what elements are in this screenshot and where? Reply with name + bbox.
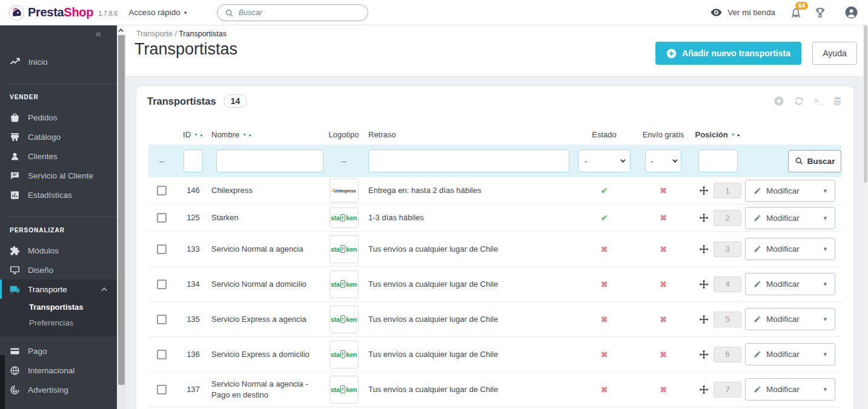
- sidebar-item-internacional[interactable]: Internacional: [0, 361, 117, 380]
- sidebar-item-modulos[interactable]: Módulos: [0, 241, 117, 260]
- sort-asc-icon[interactable]: ▲: [248, 133, 252, 137]
- sort-desc-icon[interactable]: ▼: [731, 133, 735, 137]
- envio-gratis-toggle-icon[interactable]: [660, 280, 667, 289]
- search-input[interactable]: [239, 8, 360, 17]
- sidebar-subitem-preferencias[interactable]: Preferencias: [0, 315, 117, 330]
- carrier-logo: sta r ken: [330, 341, 359, 368]
- carrier-name: Chilexpress: [211, 185, 324, 196]
- nombre-filter-input[interactable]: [216, 149, 323, 172]
- page-scrollbar[interactable]: [863, 25, 868, 409]
- scrollbar-thumb[interactable]: [118, 35, 125, 385]
- row-checkbox[interactable]: [157, 315, 167, 324]
- sidebar-item-estadisticas[interactable]: Estadísticas: [0, 185, 117, 204]
- chevron-down-icon[interactable]: ▾: [823, 315, 827, 323]
- row-checkbox[interactable]: [157, 385, 167, 394]
- sidebar-item-advertising[interactable]: Advertising: [0, 380, 117, 399]
- estado-filter-select[interactable]: -: [578, 149, 631, 172]
- quick-access-menu[interactable]: Acceso rápido ▾: [128, 8, 187, 17]
- drag-handle-icon[interactable]: [699, 186, 709, 195]
- row-checkbox[interactable]: [157, 213, 167, 223]
- estado-toggle-icon[interactable]: [601, 385, 608, 394]
- estado-toggle-icon[interactable]: [601, 315, 608, 324]
- retraso-filter-input[interactable]: [368, 149, 569, 172]
- estado-toggle-icon[interactable]: [601, 280, 608, 289]
- panel-refresh-icon[interactable]: [793, 96, 804, 106]
- edit-button[interactable]: Modificar ▾: [745, 207, 835, 229]
- sidebar-item-transporte[interactable]: Transporte: [0, 280, 117, 299]
- sidebar-collapse-icon[interactable]: «: [96, 28, 101, 40]
- envio-gratis-filter-select[interactable]: -: [645, 149, 681, 172]
- edit-button[interactable]: Modificar ▾: [745, 238, 835, 260]
- chevron-down-icon[interactable]: ▾: [823, 245, 827, 253]
- edit-button[interactable]: Modificar ▾: [745, 273, 835, 295]
- sidebar-item-pago[interactable]: Pago: [0, 341, 117, 361]
- drag-handle-icon[interactable]: [699, 213, 709, 223]
- search-filter-button[interactable]: Buscar: [788, 150, 841, 172]
- envio-gratis-toggle-icon[interactable]: [660, 385, 667, 394]
- chevron-down-icon[interactable]: ▾: [823, 350, 827, 358]
- envio-gratis-toggle-icon[interactable]: [660, 244, 667, 254]
- sidebar-item-servicio-cliente[interactable]: Servicio al Cliente: [0, 166, 117, 185]
- account-menu[interactable]: [844, 5, 858, 19]
- scrollbar-thumb[interactable]: [864, 25, 867, 183]
- achievements-button[interactable]: [814, 7, 826, 19]
- posicion-filter-input[interactable]: [698, 149, 738, 172]
- sidebar-item-clientes[interactable]: Clientes: [0, 146, 117, 166]
- sidebar-item-pedidos[interactable]: Pedidos: [0, 108, 117, 127]
- estado-toggle-icon[interactable]: [601, 186, 608, 195]
- sort-asc-icon[interactable]: ▲: [199, 133, 204, 137]
- help-button[interactable]: Ayuda: [812, 42, 857, 65]
- estado-toggle-icon[interactable]: [601, 244, 608, 254]
- sidebar-subitem-transportistas[interactable]: Transportistas: [0, 299, 117, 315]
- prestashop-logo[interactable]: PrestaShop 1.7.8.6: [0, 5, 118, 21]
- row-checkbox[interactable]: [157, 244, 167, 254]
- notifications-button[interactable]: 64: [790, 7, 802, 19]
- drag-handle-icon[interactable]: [699, 280, 709, 289]
- estado-toggle-icon[interactable]: [601, 350, 608, 359]
- id-filter-input[interactable]: [184, 149, 203, 172]
- view-shop-link[interactable]: Ver mi tienda: [710, 6, 775, 19]
- sort-desc-icon[interactable]: ▼: [242, 133, 247, 137]
- edit-button[interactable]: Modificar ▾: [745, 180, 835, 202]
- logo-text: ken: [346, 281, 357, 288]
- sidebar-item-label: Advertising: [28, 385, 68, 394]
- sidebar-item-catalogo[interactable]: Catálogo: [0, 127, 117, 146]
- column-header-nombre[interactable]: Nombre: [211, 130, 239, 139]
- sidebar-item-diseno[interactable]: Diseño: [0, 260, 117, 280]
- panel-add-icon[interactable]: [774, 96, 784, 106]
- panel-terminal-icon[interactable]: >_: [813, 97, 823, 106]
- chevron-down-icon[interactable]: ▾: [823, 280, 827, 288]
- column-header-posicion[interactable]: Posición: [695, 130, 727, 139]
- logo-text: sta: [331, 316, 340, 323]
- drag-handle-icon[interactable]: [699, 385, 709, 394]
- breadcrumb-parent[interactable]: Transporte: [136, 30, 173, 38]
- chevron-down-icon[interactable]: ▾: [823, 214, 827, 222]
- sort-asc-icon[interactable]: ▲: [737, 133, 741, 137]
- envio-gratis-toggle-icon[interactable]: [660, 213, 667, 223]
- envio-gratis-toggle-icon[interactable]: [660, 350, 667, 359]
- logo-text: chilexpress: [334, 189, 356, 193]
- column-header-id[interactable]: ID: [183, 130, 191, 139]
- row-checkbox[interactable]: [157, 186, 167, 195]
- estado-toggle-icon[interactable]: [601, 213, 608, 223]
- edit-button[interactable]: Modificar ▾: [745, 378, 835, 401]
- sidebar-scrollbar[interactable]: [117, 25, 126, 409]
- row-checkbox[interactable]: [157, 350, 167, 359]
- panel-database-icon[interactable]: [832, 96, 843, 106]
- drag-handle-icon[interactable]: [699, 350, 709, 359]
- sort-desc-icon[interactable]: ▼: [194, 133, 198, 137]
- row-checkbox[interactable]: [157, 280, 167, 289]
- transporte-expanded-block: Transporte Transportistas Preferencias: [0, 280, 117, 336]
- chevron-down-icon[interactable]: ▾: [823, 187, 827, 195]
- chevron-down-icon[interactable]: ▾: [823, 385, 827, 393]
- envio-gratis-toggle-icon[interactable]: [660, 186, 667, 195]
- drag-handle-icon[interactable]: [699, 315, 709, 324]
- scroll-up-arrow-icon[interactable]: [117, 25, 126, 34]
- carrier-delay: Tus envíos a cualquier lugar de Chile: [363, 349, 572, 360]
- envio-gratis-toggle-icon[interactable]: [660, 315, 667, 324]
- add-carrier-button[interactable]: Añadir nuevo transportista: [655, 42, 801, 65]
- drag-handle-icon[interactable]: [699, 244, 709, 254]
- edit-button[interactable]: Modificar ▾: [745, 343, 835, 365]
- edit-button[interactable]: Modificar ▾: [745, 308, 835, 330]
- sidebar-item-inicio[interactable]: Inicio: [0, 52, 117, 71]
